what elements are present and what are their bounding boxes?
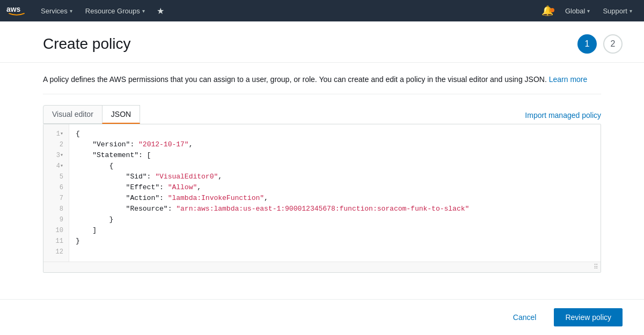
line-number-7: 7 [43,193,69,204]
page-container: Create policy 1 2 A policy defines the A… [0,21,644,335]
page-header: Create policy 1 2 [0,21,644,63]
line-number-5: 5 [43,172,69,182]
code-line-9: } [76,214,594,225]
learn-more-link[interactable]: Learn more [549,75,588,84]
aws-logo[interactable]: aws [6,4,27,17]
page-body: A policy defines the AWS permissions tha… [0,63,644,299]
line-number-1: 1 [43,129,69,139]
code-line-11: } [76,236,594,247]
line-number-2: 2 [43,139,69,150]
line-number-10: 10 [43,225,69,236]
code-content[interactable]: { "Version": "2012-10-17", "Statement": … [69,124,601,262]
line-number-4: 4 [43,161,69,172]
tab-visual-editor[interactable]: Visual editor [43,105,103,124]
description-text: A policy defines the AWS permissions tha… [43,73,601,94]
navbar: aws Services ▾ Resource Groups ▾ ★ 🔔 Glo… [0,0,644,21]
editor-resize-bar[interactable]: ⠿ [43,262,601,272]
nav-services[interactable]: Services ▾ [35,0,78,21]
code-line-3: "Statement": [ [76,150,594,161]
bell-notification-dot [550,8,554,12]
nav-resource-groups[interactable]: Resource Groups ▾ [80,0,150,21]
code-line-7: "Action": "lambda:InvokeFunction", [76,193,594,204]
page-title: Create policy [43,35,130,53]
line-number-11: 11 [43,236,69,247]
code-line-12 [76,247,594,257]
global-chevron-icon: ▾ [587,8,590,14]
code-line-5: "Sid": "VisualEditor0", [76,172,594,182]
svg-text:aws: aws [6,5,21,13]
step-indicators: 1 2 [577,34,623,54]
navbar-right: 🔔 Global ▾ Support ▾ [537,0,638,21]
code-line-10: ] [76,225,594,236]
services-chevron-icon: ▾ [70,8,72,14]
step-1-indicator: 1 [577,34,597,54]
line-number-8: 8 [43,204,69,214]
tabs-row: Visual editor JSON Import managed policy [43,105,601,124]
json-editor[interactable]: 123456789101112 { "Version": "2012-10-17… [43,124,601,273]
import-managed-policy-link[interactable]: Import managed policy [525,111,601,124]
line-number-12: 12 [43,247,69,257]
code-line-1: { [76,129,594,139]
step-2-indicator: 2 [603,34,623,54]
code-line-6: "Effect": "Allow", [76,182,594,193]
support-chevron-icon: ▾ [630,8,632,14]
line-number-6: 6 [43,182,69,193]
line-numbers: 123456789101112 [43,124,69,262]
bell-icon[interactable]: 🔔 [537,5,558,17]
cancel-button[interactable]: Cancel [502,308,548,326]
line-number-3: 3 [43,150,69,161]
resource-groups-chevron-icon: ▾ [142,8,145,14]
page-footer: Cancel Review policy [0,299,644,335]
review-policy-button[interactable]: Review policy [554,308,623,326]
tab-json[interactable]: JSON [102,105,140,124]
nav-global[interactable]: Global ▾ [560,0,596,21]
code-line-8: "Resource": "arn:aws:lambda:us-east-1:90… [76,204,594,214]
editor-inner: 123456789101112 { "Version": "2012-10-17… [43,124,601,262]
code-line-4: { [76,161,594,172]
tabs: Visual editor JSON [43,105,140,124]
resize-handle-icon: ⠿ [594,263,598,271]
line-number-9: 9 [43,214,69,225]
code-line-2: "Version": "2012-10-17", [76,139,594,150]
nav-favorites-icon[interactable]: ★ [152,6,169,16]
nav-support[interactable]: Support ▾ [597,0,638,21]
